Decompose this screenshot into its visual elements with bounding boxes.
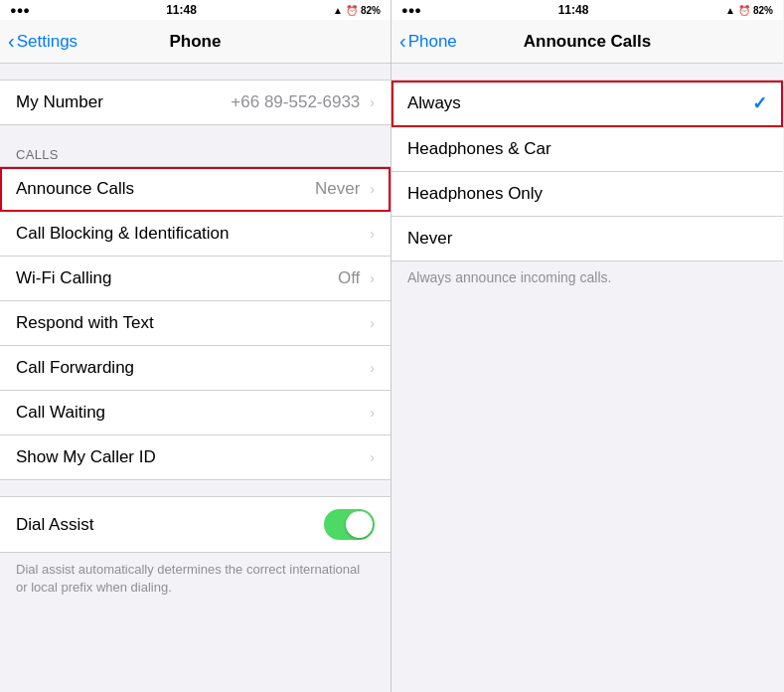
status-icons-left: ▲ ⏰ 82%	[333, 5, 381, 16]
back-label-right[interactable]: Phone	[408, 32, 457, 52]
announce-calls-options: Always ✓ Headphones & Car Headphones Onl…	[392, 80, 783, 261]
option-headphones-only-label: Headphones Only	[407, 184, 767, 204]
dial-assist-toggle[interactable]	[324, 509, 375, 540]
option-never[interactable]: Never	[392, 217, 783, 260]
chevron-right-icon: ›	[370, 94, 375, 110]
call-waiting-row[interactable]: Call Waiting ›	[0, 391, 391, 435]
show-caller-id-label: Show My Caller ID	[16, 447, 366, 467]
announce-calls-description: Always announce incoming calls.	[392, 261, 783, 301]
status-bar-left: ●●● 11:48 ▲ ⏰ 82%	[0, 0, 391, 20]
announce-calls-value: Never	[315, 179, 360, 199]
my-number-value: +66 89-552-6933	[231, 92, 360, 112]
nav-title-right: Announce Calls	[524, 32, 651, 52]
option-always[interactable]: Always ✓	[392, 81, 783, 127]
call-waiting-label: Call Waiting	[16, 403, 366, 423]
right-panel-content: Always ✓ Headphones & Car Headphones Onl…	[392, 64, 783, 692]
announce-calls-label: Announce Calls	[16, 179, 315, 199]
show-caller-id-row[interactable]: Show My Caller ID ›	[0, 435, 391, 479]
status-icons-right: ▲ ⏰ 82%	[725, 5, 773, 16]
wifi-calling-value: Off	[338, 268, 360, 288]
time-left: 11:48	[166, 3, 197, 17]
dial-assist-section: Dial Assist Dial assist automatically de…	[0, 496, 391, 612]
dial-assist-row[interactable]: Dial Assist	[0, 497, 391, 552]
option-headphones-car[interactable]: Headphones & Car	[392, 127, 783, 172]
announce-calls-chevron-icon: ›	[370, 181, 375, 197]
call-waiting-chevron-icon: ›	[370, 405, 375, 421]
respond-text-label: Respond with Text	[16, 313, 366, 333]
wifi-calling-chevron-icon: ›	[370, 270, 375, 286]
announce-calls-row[interactable]: Announce Calls Never ›	[0, 167, 391, 212]
dial-assist-group: Dial Assist	[0, 496, 391, 553]
call-blocking-row[interactable]: Call Blocking & Identification ›	[0, 212, 391, 257]
signal-left: ●●●	[10, 4, 30, 16]
option-headphones-only[interactable]: Headphones Only	[392, 172, 783, 217]
time-right: 11:48	[558, 3, 589, 17]
dial-assist-label: Dial Assist	[16, 515, 324, 535]
wifi-calling-label: Wi-Fi Calling	[16, 268, 338, 288]
calls-section: CALLS Announce Calls Never › Call Blocki…	[0, 141, 391, 480]
call-forwarding-chevron-icon: ›	[370, 360, 375, 376]
nav-bar-left: ‹ Settings Phone	[0, 20, 391, 64]
status-bar-right: ●●● 11:48 ▲ ⏰ 82%	[392, 0, 783, 20]
back-label-left[interactable]: Settings	[17, 32, 78, 52]
navigation-icon: ▲	[333, 5, 343, 16]
option-never-label: Never	[407, 229, 767, 249]
chevron-back-icon-left: ‹	[8, 31, 15, 51]
right-panel: ●●● 11:48 ▲ ⏰ 82% ‹ Phone Announce Calls…	[392, 0, 783, 692]
left-panel: ●●● 11:48 ▲ ⏰ 82% ‹ Settings Phone My Nu…	[0, 0, 392, 692]
calls-section-header: CALLS	[0, 141, 391, 166]
back-button-right[interactable]: ‹ Phone	[399, 32, 457, 52]
call-forwarding-label: Call Forwarding	[16, 358, 366, 378]
nav-title-left: Phone	[170, 32, 222, 52]
option-always-label: Always	[407, 93, 752, 113]
chevron-back-icon-right: ‹	[399, 31, 406, 51]
call-blocking-label: Call Blocking & Identification	[16, 224, 366, 244]
my-number-label: My Number	[16, 92, 231, 112]
battery-right: 82%	[753, 5, 773, 16]
nav-bar-right: ‹ Phone Announce Calls	[392, 20, 783, 64]
my-number-group: My Number +66 89-552-6933 ›	[0, 80, 391, 125]
call-forwarding-row[interactable]: Call Forwarding ›	[0, 346, 391, 391]
calls-group: Announce Calls Never › Call Blocking & I…	[0, 166, 391, 480]
my-number-row[interactable]: My Number +66 89-552-6933 ›	[0, 81, 391, 124]
respond-text-chevron-icon: ›	[370, 315, 375, 331]
battery-left: 82%	[361, 5, 381, 16]
alarm-icon-right: ⏰	[738, 5, 750, 16]
left-panel-content: My Number +66 89-552-6933 › CALLS Announ…	[0, 64, 391, 692]
option-headphones-car-label: Headphones & Car	[407, 139, 767, 159]
show-caller-id-chevron-icon: ›	[370, 449, 375, 465]
navigation-icon-right: ▲	[725, 5, 735, 16]
checkmark-icon: ✓	[752, 92, 767, 114]
wifi-calling-row[interactable]: Wi-Fi Calling Off ›	[0, 257, 391, 301]
dial-assist-footer: Dial assist automatically determines the…	[0, 553, 391, 612]
back-button-left[interactable]: ‹ Settings	[8, 32, 78, 52]
call-blocking-chevron-icon: ›	[370, 226, 375, 242]
signal-right: ●●●	[401, 4, 421, 16]
respond-text-row[interactable]: Respond with Text ›	[0, 301, 391, 346]
alarm-icon: ⏰	[346, 5, 358, 16]
